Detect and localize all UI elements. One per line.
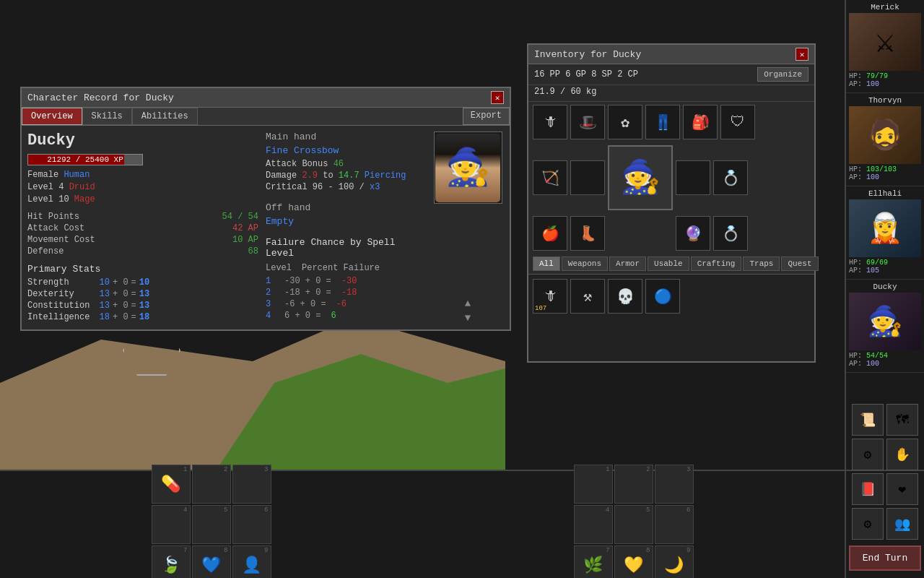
hotbar-slot-2[interactable]: 2 (192, 465, 231, 504)
hotbar-slot-1[interactable]: 1 💊 (152, 465, 191, 504)
damage-min: 2.9 (302, 171, 318, 181)
inv-slot-crossbow[interactable]: 🏹 (533, 160, 567, 195)
settings-icon-button[interactable]: ⚙ (852, 508, 884, 540)
ui-icon-bar: 📜 🗺 ⚙ ✋ 📕 ❤ ⚙ 👥 (852, 404, 918, 540)
export-button[interactable]: Export (463, 108, 510, 125)
inv-slot-spear[interactable]: 🗡 (533, 105, 567, 139)
inv-slot-orb[interactable]: 🔮 (676, 216, 710, 251)
item-badge-1: 107 (535, 305, 546, 312)
book-icon-button[interactable]: 📕 (852, 473, 884, 505)
end-turn-section: 📜 🗺 ⚙ ✋ 📕 ❤ ⚙ 👥 End Turn (845, 470, 924, 578)
failure-level-2: 2 (266, 288, 277, 298)
inv-slot-empty2[interactable] (676, 160, 710, 195)
flower-icon: ✿ (621, 113, 629, 131)
gear-icon-button[interactable]: ⚙ (852, 439, 884, 470)
stat-def-row: Defense 68 (27, 246, 258, 256)
inv-tabs: All Weapons Armor Usable Crafting Traps … (528, 254, 814, 275)
inv-slot-ring1[interactable]: 💍 (713, 160, 748, 195)
inv-tab-usable[interactable]: Usable (648, 256, 689, 271)
main-hand-item[interactable]: Fine Crossbow (266, 145, 424, 156)
class1-name: Druid (69, 182, 95, 192)
party-member-ellhali[interactable]: Ellhali 🧝 HP: 69/69 AP: 105 (846, 186, 924, 280)
hotbar2-slot-3[interactable]: 3 (655, 465, 694, 504)
inv-tab-crafting[interactable]: Crafting (691, 256, 742, 271)
failure-calc-4: 6 + 0 = (284, 311, 321, 321)
tab-abilities[interactable]: Abilities (132, 108, 198, 125)
off-hand-item[interactable]: Empty (266, 216, 424, 227)
inv-tab-traps[interactable]: Traps (743, 256, 780, 271)
inv-slot-shield[interactable]: 🛡 (720, 105, 755, 139)
item-slot-4[interactable]: 🔵 (645, 279, 680, 314)
stat-dex-total: 13 (139, 289, 154, 299)
hand-icon-button[interactable]: ✋ (886, 439, 918, 470)
scroll-up-button[interactable]: ▲ (465, 298, 471, 309)
hotbar2-slot-1[interactable]: 1 (574, 465, 613, 504)
scroll-down-button[interactable]: ▼ (465, 312, 471, 324)
inv-tab-quest[interactable]: Quest (781, 256, 818, 271)
hotbar-slot-7[interactable]: 7 🍃 (152, 545, 191, 578)
inv-slot-pack[interactable]: 🎒 (683, 105, 718, 139)
hotbar-slot-3[interactable]: 3 (232, 465, 271, 504)
inv-tab-all[interactable]: All (533, 256, 560, 271)
char-record-close-button[interactable]: ✕ (491, 91, 504, 104)
stat-def-label: Defense (27, 246, 107, 256)
party-member-ducky[interactable]: Ducky 🧙 HP: 54/54 AP: 100 (846, 280, 924, 373)
inv-slot-flower[interactable]: ✿ (608, 105, 642, 139)
party-member-thorvyn[interactable]: Thorvyn 🧔 HP: 103/103 AP: 100 (846, 93, 924, 186)
stat-def-value: 68 (215, 246, 258, 256)
critical-mult: x3 (370, 182, 380, 192)
hotbar-icon-7: 🍃 (161, 556, 180, 575)
stat-ac-row: Attack Cost 42 AP (27, 223, 258, 233)
inv-close-button[interactable]: ✕ (796, 48, 808, 61)
hotbar2-slot-9[interactable]: 9 🌙 (655, 545, 694, 578)
hotbar-slot-6[interactable]: 6 (232, 505, 271, 544)
stat-str-name: Strength (27, 277, 92, 288)
hotbar2-slot-4[interactable]: 4 (574, 505, 613, 544)
member-merick-stats: HP: 79/79 AP: 100 (849, 71, 921, 90)
stat-hp-value: 54 / 54 (215, 212, 258, 222)
hotbar-num-3: 3 (264, 466, 268, 473)
hotbar2-slot-8[interactable]: 8 💛 (614, 545, 653, 578)
item-icon-2: ⚒ (583, 288, 592, 306)
inv-tab-armor[interactable]: Armor (609, 256, 646, 271)
hotbar-slot-8[interactable]: 8 💙 (192, 545, 231, 578)
tab-skills[interactable]: Skills (82, 108, 132, 125)
inv-slot-boots[interactable]: 👢 (570, 216, 605, 251)
hotbar-icon-1: 💊 (161, 475, 180, 494)
map-icon-button[interactable]: 🗺 (886, 404, 918, 436)
hotbar2-icon-8: 💛 (624, 556, 643, 575)
hotbar-slot-9[interactable]: 9 👤 (232, 545, 271, 578)
inv-slot-empty1[interactable] (570, 160, 605, 195)
item-slot-3[interactable]: 💀 (608, 279, 642, 314)
party-icon-button[interactable]: 👥 (886, 508, 918, 540)
failure-result-2: -18 (341, 288, 357, 298)
hotbar2-slot-6[interactable]: 6 (655, 505, 694, 544)
inv-slot-hat[interactable]: 🎩 (570, 105, 605, 139)
hotbar-slot-5[interactable]: 5 (192, 505, 231, 544)
member-ducky-portrait: 🧙 (849, 293, 921, 350)
failure-result-4: 6 (331, 311, 336, 321)
inv-slot-ring2[interactable]: 💍 (713, 216, 748, 251)
hotbar-section-2: 1 2 3 4 5 6 7 🌿 8 💛 (422, 471, 845, 578)
party-member-merick[interactable]: Merick ⚔️ HP: 79/79 AP: 100 (846, 0, 924, 93)
organize-button[interactable]: Organize (757, 67, 808, 82)
inv-slot-apple[interactable]: 🍎 (533, 216, 567, 251)
apple-icon: 🍎 (541, 225, 559, 243)
damage-type: Piercing (365, 171, 406, 181)
hotbar-slot-4[interactable]: 4 (152, 505, 191, 544)
inv-slot-pants[interactable]: 👖 (645, 105, 680, 139)
member-ellhali-name: Ellhali (849, 189, 921, 198)
xp-text: 21292 / 25400 XP (28, 155, 142, 165)
inv-tab-weapons[interactable]: Weapons (562, 256, 608, 271)
heart-icon-button[interactable]: ❤ (886, 473, 918, 505)
end-turn-button[interactable]: End Turn (849, 545, 921, 571)
hotbar2-slot-2[interactable]: 2 (614, 465, 653, 504)
tab-overview[interactable]: Overview (22, 108, 82, 125)
ducky-ap: AP: 100 (849, 360, 921, 368)
scroll-icon-button[interactable]: 📜 (852, 404, 884, 436)
item-slot-1[interactable]: 🗡 107 (533, 279, 567, 314)
hotbar2-slot-5[interactable]: 5 (614, 505, 653, 544)
item-slot-2[interactable]: ⚒ (570, 279, 605, 314)
hotbar2-slot-7[interactable]: 7 🌿 (574, 545, 613, 578)
scroll-controls: ▲ ▼ (465, 290, 471, 324)
